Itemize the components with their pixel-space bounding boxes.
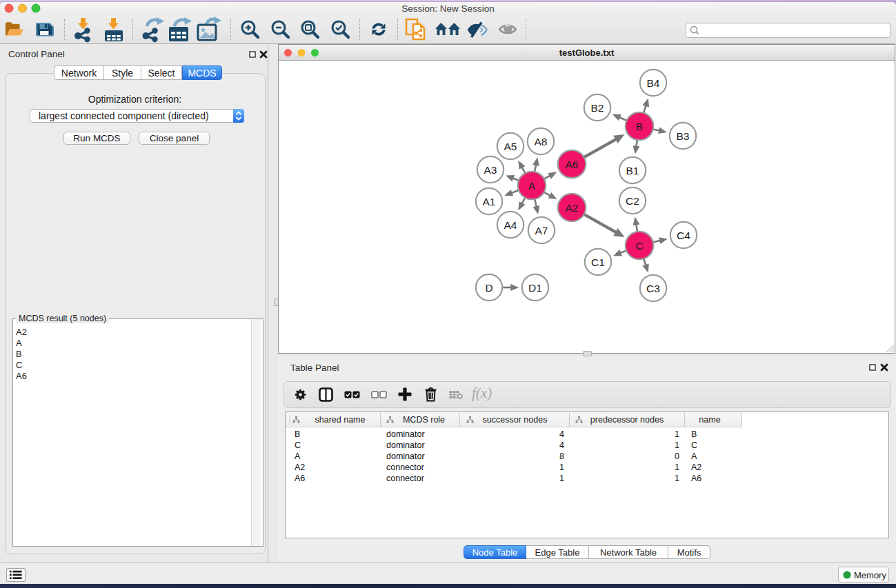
svg-text:D1: D1 xyxy=(528,282,542,294)
svg-text:A4: A4 xyxy=(504,219,517,231)
svg-text:B2: B2 xyxy=(591,102,604,114)
svg-text:A1: A1 xyxy=(483,196,496,207)
svg-text:A2: A2 xyxy=(566,202,579,214)
svg-text:B3: B3 xyxy=(677,130,690,142)
svg-text:B1: B1 xyxy=(626,165,639,176)
svg-text:C1: C1 xyxy=(591,256,605,268)
svg-text:A6: A6 xyxy=(566,159,579,170)
svg-text:C3: C3 xyxy=(646,283,660,294)
svg-text:C2: C2 xyxy=(626,195,639,207)
svg-text:A: A xyxy=(528,180,536,192)
svg-text:D: D xyxy=(485,282,492,294)
svg-text:A5: A5 xyxy=(504,141,517,152)
svg-text:A8: A8 xyxy=(535,136,548,148)
svg-text:B: B xyxy=(636,121,643,132)
svg-text:A7: A7 xyxy=(535,225,548,236)
svg-text:B4: B4 xyxy=(647,77,660,89)
svg-text:A3: A3 xyxy=(484,164,497,176)
svg-text:C: C xyxy=(635,240,643,252)
svg-text:C4: C4 xyxy=(677,230,690,241)
